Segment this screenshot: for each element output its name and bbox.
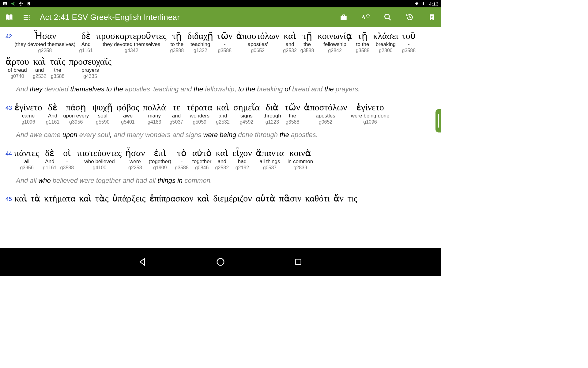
list-menu-icon[interactable] xyxy=(23,13,31,21)
strongs-number: g3588 xyxy=(300,48,314,53)
interlinear-word[interactable]: καὶandg2532 xyxy=(216,102,230,125)
interlinear-word[interactable]: τὰ xyxy=(31,193,40,203)
interlinear-word[interactable]: αὐτὰ xyxy=(256,193,276,203)
interlinear-word[interactable]: αὐτὸtogetherg0846 xyxy=(192,148,212,171)
verse-block: 42Ἦσαν(they devoted themselves)g2258δὲAn… xyxy=(6,31,435,94)
gloss-text: apostles xyxy=(316,113,335,119)
greek-word: δὲ xyxy=(81,31,91,41)
interlinear-word[interactable]: τῶν-g3588 xyxy=(217,31,232,53)
greek-word: διδαχῇ xyxy=(187,31,213,41)
strongs-number: g2532 xyxy=(283,48,297,53)
reading-area[interactable]: 42Ἦσαν(they devoted themselves)g2258δὲAn… xyxy=(0,27,441,248)
interlinear-word[interactable]: τῇto theg3588 xyxy=(356,31,370,53)
recent-apps-button[interactable] xyxy=(293,257,303,267)
strongs-number: g0652 xyxy=(251,48,265,53)
gloss-text: were being done xyxy=(351,113,390,119)
interlinear-word[interactable]: δὲAndg1161 xyxy=(46,102,60,125)
interlinear-word[interactable]: διεμέριζον xyxy=(213,193,252,203)
strongs-number: g3588 xyxy=(60,165,74,171)
interlinear-word[interactable]: καὶandg2532 xyxy=(33,56,47,79)
interlinear-word[interactable]: κλάσειbreakingg2800 xyxy=(373,31,398,53)
home-button[interactable] xyxy=(215,257,226,267)
svg-point-4 xyxy=(20,5,21,6)
interlinear-word[interactable]: ἀποστόλωνapostlesg0652 xyxy=(304,102,347,125)
font-settings-icon[interactable]: A xyxy=(361,13,370,21)
interlinear-word[interactable]: ὑπάρξεις xyxy=(112,193,146,203)
interlinear-word[interactable]: καθότι xyxy=(305,193,330,203)
strongs-number: g3956 xyxy=(20,165,34,171)
interlinear-word[interactable]: καὶandg2532 xyxy=(215,148,229,171)
interlinear-word[interactable]: τὰς xyxy=(95,193,109,203)
bookmark-add-icon[interactable] xyxy=(428,13,436,21)
page-title[interactable]: Act 2:41 ESV Greek-English Interlinear xyxy=(40,13,180,22)
svg-rect-9 xyxy=(423,2,424,5)
interlinear-word[interactable]: πιστεύοντεςwho believedg4100 xyxy=(77,148,122,171)
interlinear-word[interactable]: ἐγίνετοwere being doneg1096 xyxy=(351,102,390,125)
greek-word: σημεῖα xyxy=(233,102,260,112)
interlinear-word[interactable]: κοινὰin commong2839 xyxy=(288,148,313,171)
interlinear-word[interactable]: τις xyxy=(347,193,357,203)
interlinear-word[interactable]: τέραταwondersg5059 xyxy=(187,102,212,125)
side-note-tab[interactable] xyxy=(435,109,441,132)
interlinear-word[interactable]: ἅπανταall thingsg0537 xyxy=(256,148,284,171)
greek-word: δὲ xyxy=(48,102,57,112)
svg-text:A: A xyxy=(361,14,366,21)
strongs-number: g2192 xyxy=(236,165,249,171)
interlinear-word[interactable]: καὶ xyxy=(79,193,92,203)
verse-number[interactable]: 42 xyxy=(6,33,12,40)
interlinear-word[interactable]: τῇto theg3588 xyxy=(170,31,184,53)
interlinear-word[interactable]: οἱ-g3588 xyxy=(60,148,74,171)
interlinear-word[interactable]: ταῖςtheg3588 xyxy=(50,56,65,79)
interlinear-word[interactable]: Ἦσαν(they devoted themselves)g2258 xyxy=(14,31,75,53)
verse-number[interactable]: 44 xyxy=(6,150,12,157)
interlinear-word[interactable]: πάσῃupon everyg3956 xyxy=(63,102,89,125)
greek-word: καὶ xyxy=(216,148,228,158)
gloss-text: (together) xyxy=(149,159,172,165)
interlinear-word[interactable]: σημεῖαsignsg4592 xyxy=(233,102,260,125)
interlinear-word[interactable]: ἦσανwereg2258 xyxy=(125,148,145,171)
interlinear-word[interactable]: τεandg5037 xyxy=(170,102,183,125)
interlinear-word[interactable]: φόβοςaweg5401 xyxy=(116,102,139,125)
verse-number[interactable]: 45 xyxy=(6,196,12,202)
interlinear-word[interactable]: ἐπὶ(together)g1909 xyxy=(149,148,172,171)
wifi-icon xyxy=(414,1,419,6)
verse-number[interactable]: 43 xyxy=(6,105,12,111)
back-button[interactable] xyxy=(138,257,148,267)
interlinear-word[interactable]: κτήματα xyxy=(44,193,75,203)
interlinear-word[interactable]: ἀποστόλωνapostles'g0652 xyxy=(236,31,279,53)
interlinear-word[interactable]: ἐγίνετοcameg1096 xyxy=(14,102,42,125)
interlinear-word[interactable]: τῇtheg3588 xyxy=(300,31,314,53)
strongs-number: g2842 xyxy=(328,48,342,53)
history-icon[interactable] xyxy=(405,13,414,21)
interlinear-word[interactable]: καὶ xyxy=(197,193,210,203)
gloss-text: came xyxy=(22,113,35,119)
interlinear-word[interactable]: εἶχονhadg2192 xyxy=(232,148,252,171)
interlinear-word[interactable]: διδαχῇteachingg1322 xyxy=(187,31,213,53)
greek-word: τὸ xyxy=(177,148,187,158)
interlinear-word[interactable]: διὰthroughg1223 xyxy=(263,102,281,125)
interlinear-word[interactable]: κοινωνίᾳfellowshipg2842 xyxy=(318,31,352,53)
greek-word: τῇ xyxy=(303,31,312,41)
strongs-number: g3588 xyxy=(175,165,189,171)
briefcase-icon[interactable] xyxy=(339,13,348,21)
interlinear-word[interactable]: τοῦ-g3588 xyxy=(402,31,416,53)
interlinear-word[interactable]: προσκαρτεροῦντεςthey devoted themselvesg… xyxy=(96,31,167,53)
interlinear-word[interactable]: ψυχῇsoulg5590 xyxy=(92,102,113,125)
interlinear-word[interactable]: ἄν xyxy=(334,193,344,203)
interlinear-word[interactable]: καὶandg2532 xyxy=(283,31,297,53)
interlinear-word[interactable]: προσευχαῖςprayersg4335 xyxy=(69,56,111,79)
search-icon[interactable] xyxy=(383,13,392,21)
interlinear-word[interactable]: τῶνtheg3588 xyxy=(285,102,300,125)
interlinear-word[interactable]: ἐπίπρασκον xyxy=(149,193,194,203)
greek-word: τε xyxy=(173,102,180,112)
interlinear-word[interactable]: δὲAndg1161 xyxy=(43,148,57,171)
book-icon[interactable] xyxy=(5,13,13,21)
interlinear-word[interactable]: τὸ-g3588 xyxy=(175,148,189,171)
interlinear-word[interactable]: καὶ xyxy=(14,193,27,203)
interlinear-word[interactable]: πᾶσιν xyxy=(279,193,302,203)
interlinear-word[interactable]: δὲAndg1161 xyxy=(79,31,93,53)
interlinear-word[interactable]: πολλάmanyg4183 xyxy=(143,102,166,125)
interlinear-word[interactable]: ἄρτουof breadg0740 xyxy=(6,56,29,79)
interlinear-word[interactable]: πάντεςallg3956 xyxy=(14,148,39,171)
gloss-text: - xyxy=(66,159,68,165)
